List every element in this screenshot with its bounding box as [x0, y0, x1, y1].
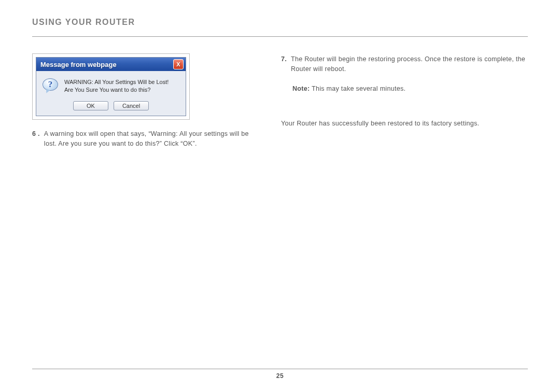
dialog-title: Message from webpage — [40, 61, 117, 68]
final-message: Your Router has successfully been restor… — [281, 119, 534, 129]
ok-button[interactable]: OK — [73, 101, 108, 110]
note-label: Note: — [292, 85, 310, 92]
step-number: 6 . — [32, 129, 40, 149]
content-area: Message from webpage X ? WARNING: All Yo… — [0, 37, 560, 149]
dialog-button-row: OK Cancel — [36, 99, 186, 116]
section-title: USING YOUR ROUTER — [32, 18, 528, 27]
step-7: 7. The Router will begin the restoring p… — [281, 53, 534, 75]
page-header: USING YOUR ROUTER — [0, 0, 560, 31]
dialog-message-line1: WARNING: All Your Settings Will be Lost! — [64, 78, 169, 86]
close-button[interactable]: X — [173, 59, 184, 69]
left-column: Message from webpage X ? WARNING: All Yo… — [32, 53, 260, 149]
step-text: A warning box will open that says, “Warn… — [44, 129, 260, 149]
note-text: This may take several minutes. — [310, 85, 405, 92]
footer-divider — [32, 369, 528, 369]
step-6: 6 . A warning box will open that says, “… — [32, 129, 260, 149]
right-column: 7. The Router will begin the restoring p… — [281, 53, 544, 149]
dialog-titlebar: Message from webpage X — [36, 58, 186, 71]
page-number: 25 — [32, 372, 528, 380]
dialog-body: ? WARNING: All Your Settings Will be Los… — [36, 71, 186, 99]
close-icon: X — [176, 62, 180, 67]
cancel-button[interactable]: Cancel — [114, 101, 149, 110]
dialog-window: Message from webpage X ? WARNING: All Yo… — [36, 57, 186, 116]
question-icon: ? — [43, 78, 59, 95]
dialog-screenshot-frame: Message from webpage X ? WARNING: All Yo… — [32, 53, 190, 120]
page-footer: 25 — [32, 369, 528, 380]
note-line: Note: This may take several minutes. — [292, 84, 534, 94]
dialog-message: WARNING: All Your Settings Will be Lost!… — [64, 78, 169, 94]
step-number: 7. — [281, 54, 287, 75]
dialog-message-line2: Are You Sure You want to do this? — [64, 86, 169, 94]
step-text: The Router will begin the restoring proc… — [291, 54, 534, 75]
